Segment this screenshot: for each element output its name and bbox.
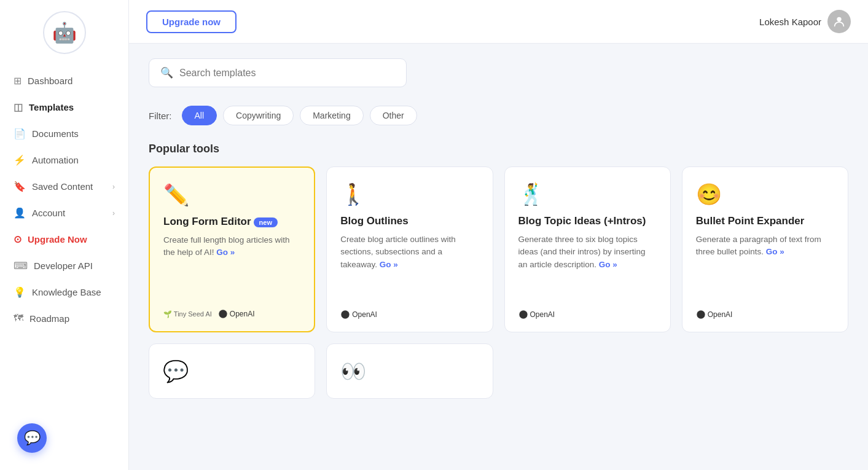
bullet-point-expander-title: Bullet Point Expander xyxy=(696,215,834,227)
knowledge-base-icon: 💡 xyxy=(14,286,26,298)
filter-btn-marketing[interactable]: Marketing xyxy=(300,106,363,125)
header: Upgrade now Lokesh Kapoor xyxy=(129,0,868,44)
blog-outlines-description: Create blog article outlines with sectio… xyxy=(340,233,479,299)
long-form-editor-description: Create full length blog articles with th… xyxy=(163,234,300,298)
blog-topic-ideas-footer: OpenAI xyxy=(518,310,657,319)
long-form-editor-footer: 🌱 Tiny Seed AI OpenAI xyxy=(163,309,300,319)
upgrade-now-icon: ⊙ xyxy=(14,233,22,245)
svg-point-3 xyxy=(519,310,527,318)
bullet-point-expander-provider-openai: OpenAI xyxy=(696,310,733,319)
dashboard-icon: ⊞ xyxy=(14,75,22,87)
blog-topic-ideas-icon: 🕺 xyxy=(518,182,657,206)
sidebar-item-label-templates: Templates xyxy=(29,102,74,112)
blog-topic-ideas-provider-openai: OpenAI xyxy=(518,310,555,319)
blog-topic-ideas-go-link[interactable]: Go » xyxy=(599,260,617,269)
bullet-point-expander-description: Generate a paragraph of text from three … xyxy=(696,233,834,299)
sidebar-item-label-upgrade-now: Upgrade Now xyxy=(28,234,87,245)
search-icon: 🔍 xyxy=(160,66,173,79)
filter-btn-other[interactable]: Other xyxy=(370,106,417,125)
long-form-editor-icon: ✏️ xyxy=(163,182,300,207)
chat-widget[interactable]: 💬 xyxy=(17,423,47,453)
second-row-grid: 💬👀 xyxy=(149,343,848,399)
sidebar-item-documents[interactable]: 📄Documents xyxy=(0,120,128,147)
card-blog-topic-ideas[interactable]: 🕺Blog Topic Ideas (+Intros)Generate thre… xyxy=(504,166,671,332)
saved-content-icon: 🔖 xyxy=(14,181,26,192)
blog-outlines-provider-openai: OpenAI xyxy=(340,310,377,319)
sidebar-item-account[interactable]: 👤Account› xyxy=(0,200,128,226)
sidebar-item-label-developer-api: Developer API xyxy=(34,260,93,271)
templates-icon: ◫ xyxy=(14,101,23,113)
sidebar-item-label-saved-content: Saved Content xyxy=(32,181,93,192)
blog-topic-ideas-description: Generate three to six blog topics ideas … xyxy=(518,233,657,299)
sidebar-item-label-automation: Automation xyxy=(32,155,79,165)
account-chevron-icon: › xyxy=(112,209,115,217)
blog-outlines-title: Blog Outlines xyxy=(340,215,479,227)
long-form-editor-provider-openai: OpenAI xyxy=(218,309,255,319)
sidebar: 🤖 ⊞Dashboard◫Templates📄Documents⚡Automat… xyxy=(0,0,129,470)
sidebar-item-label-account: Account xyxy=(32,208,65,218)
svg-point-1 xyxy=(219,310,227,318)
long-form-editor-title: Long Form Editornew xyxy=(163,216,300,228)
bullet-point-expander-icon: 😊 xyxy=(696,182,834,206)
sidebar-item-label-roadmap: Roadmap xyxy=(29,313,69,324)
saved-content-chevron-icon: › xyxy=(112,182,115,191)
developer-api-icon: ⌨ xyxy=(14,260,28,272)
card-partial-2[interactable]: 👀 xyxy=(326,343,493,399)
long-form-editor-badge: new xyxy=(254,217,278,227)
avatar xyxy=(827,10,851,33)
card-partial-1[interactable]: 💬 xyxy=(149,343,315,399)
long-form-editor-provider-tiny-seed-ai: 🌱 Tiny Seed AI xyxy=(163,310,212,318)
blog-outlines-icon: 🚶 xyxy=(340,182,479,206)
filter-label: Filter: xyxy=(149,111,172,121)
blog-outlines-go-link[interactable]: Go » xyxy=(380,260,398,269)
account-icon: 👤 xyxy=(14,207,26,219)
content-area: 🔍 Filter: AllCopywritingMarketingOther P… xyxy=(129,44,868,470)
sidebar-item-knowledge-base[interactable]: 💡Knowledge Base xyxy=(0,279,128,305)
sidebar-item-label-documents: Documents xyxy=(32,128,79,139)
automation-icon: ⚡ xyxy=(14,154,26,166)
blog-topic-ideas-title: Blog Topic Ideas (+Intros) xyxy=(518,215,657,227)
partial-1-icon: 💬 xyxy=(163,359,301,383)
sidebar-item-templates[interactable]: ◫Templates xyxy=(0,94,128,120)
filter-row: Filter: AllCopywritingMarketingOther xyxy=(149,106,848,125)
sidebar-item-saved-content[interactable]: 🔖Saved Content› xyxy=(0,173,128,200)
svg-point-2 xyxy=(342,310,350,318)
popular-tools-grid: ✏️Long Form EditornewCreate full length … xyxy=(149,166,848,332)
sidebar-item-upgrade-now[interactable]: ⊙Upgrade Now xyxy=(0,226,128,253)
sidebar-logo: 🤖 xyxy=(0,0,128,63)
svg-point-4 xyxy=(697,310,705,318)
sidebar-item-label-knowledge-base: Knowledge Base xyxy=(32,287,101,297)
filter-btn-copywriting[interactable]: Copywriting xyxy=(223,106,294,125)
filter-btn-all[interactable]: All xyxy=(182,106,217,125)
user-info: Lokesh Kapoor xyxy=(759,10,851,33)
sidebar-nav: ⊞Dashboard◫Templates📄Documents⚡Automatio… xyxy=(0,63,128,470)
search-bar[interactable]: 🔍 xyxy=(149,58,407,87)
svg-point-0 xyxy=(837,17,841,22)
sidebar-item-label-dashboard: Dashboard xyxy=(28,76,72,86)
card-bullet-point-expander[interactable]: 😊Bullet Point ExpanderGenerate a paragra… xyxy=(682,166,848,332)
sidebar-item-dashboard[interactable]: ⊞Dashboard xyxy=(0,68,128,94)
sidebar-item-developer-api[interactable]: ⌨Developer API xyxy=(0,253,128,279)
partial-2-icon: 👀 xyxy=(340,359,479,383)
bullet-point-expander-footer: OpenAI xyxy=(696,310,834,319)
search-input[interactable] xyxy=(179,68,395,79)
main-area: Upgrade now Lokesh Kapoor 🔍 Filter: AllC… xyxy=(129,0,868,470)
bullet-point-expander-go-link[interactable]: Go » xyxy=(766,247,784,256)
app-logo: 🤖 xyxy=(43,11,86,54)
card-long-form-editor[interactable]: ✏️Long Form EditornewCreate full length … xyxy=(149,166,315,332)
popular-tools-title: Popular tools xyxy=(149,143,848,155)
long-form-editor-go-link[interactable]: Go » xyxy=(216,248,235,257)
sidebar-item-roadmap[interactable]: 🗺Roadmap xyxy=(0,305,128,331)
sidebar-item-automation[interactable]: ⚡Automation xyxy=(0,147,128,173)
roadmap-icon: 🗺 xyxy=(14,313,23,324)
documents-icon: 📄 xyxy=(14,128,26,139)
blog-outlines-footer: OpenAI xyxy=(340,310,479,319)
user-name: Lokesh Kapoor xyxy=(759,17,821,27)
card-blog-outlines[interactable]: 🚶Blog OutlinesCreate blog article outlin… xyxy=(326,166,493,332)
upgrade-now-button[interactable]: Upgrade now xyxy=(146,10,237,33)
